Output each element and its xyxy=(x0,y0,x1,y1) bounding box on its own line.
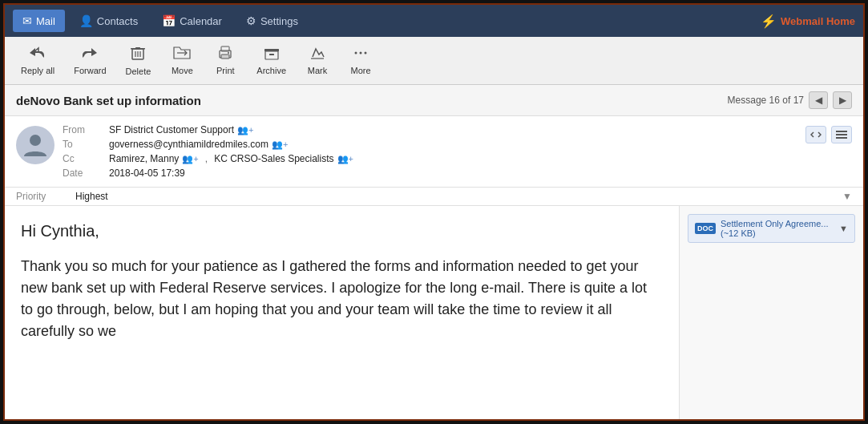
priority-row: Priority Highest ▼ xyxy=(5,188,863,206)
mark-label: Mark xyxy=(308,66,327,75)
reply-all-label: Reply all xyxy=(21,66,55,75)
svg-point-10 xyxy=(228,52,229,54)
calendar-icon: 📅 xyxy=(162,14,176,27)
move-label: Move xyxy=(172,66,193,75)
email-metadata: From SF District Customer Support 👥+ To … xyxy=(5,116,863,188)
priority-chevron-icon[interactable]: ▼ xyxy=(842,191,852,202)
delete-icon xyxy=(131,45,145,65)
archive-icon xyxy=(264,46,280,64)
brand-label: Webmail Home xyxy=(781,15,855,27)
attachment-dropdown-icon[interactable]: ▼ xyxy=(839,224,848,233)
svg-rect-19 xyxy=(836,131,847,132)
more-icon xyxy=(353,46,369,64)
from-name: SF District Customer Support xyxy=(109,124,234,135)
date-value: 2018-04-05 17:39 xyxy=(109,168,185,179)
attachment-panel: DOC Settlement Only Agreeme... (~12 KB) … xyxy=(679,206,863,419)
app-window: ✉ Mail 👤 Contacts 📅 Calendar ⚙ Settings … xyxy=(3,3,865,421)
priority-label: Priority xyxy=(16,191,75,202)
nav-settings-label: Settings xyxy=(260,15,298,27)
print-icon xyxy=(217,46,233,64)
move-button[interactable]: Move xyxy=(162,42,202,79)
to-email: governess@cynthiamildredmiles.com xyxy=(109,139,268,150)
brand-icon: ⚡ xyxy=(761,14,777,29)
code-view-button[interactable] xyxy=(805,126,826,143)
forward-button[interactable]: Forward xyxy=(66,42,114,79)
cc-person-icon2: 👥+ xyxy=(337,154,353,164)
email-wrapper: deNovo Bank set up information Message 1… xyxy=(5,85,863,419)
nav-item-mail[interactable]: ✉ Mail xyxy=(13,10,65,32)
from-person-icon: 👥+ xyxy=(237,125,253,135)
to-row: To governess@cynthiamildredmiles.com 👥+ xyxy=(63,137,797,151)
mark-button[interactable]: Mark xyxy=(297,42,337,79)
svg-rect-13 xyxy=(269,54,274,55)
svg-point-15 xyxy=(355,52,357,55)
message-counter: Message 16 of 17 xyxy=(728,95,804,106)
svg-rect-20 xyxy=(836,134,847,135)
top-navigation: ✉ Mail 👤 Contacts 📅 Calendar ⚙ Settings … xyxy=(5,5,863,37)
to-value: governess@cynthiamildredmiles.com 👥+ xyxy=(109,139,288,150)
cc-label: Cc xyxy=(63,153,103,164)
email-navigation: Message 16 of 17 ◀ ▶ xyxy=(728,91,852,109)
svg-point-16 xyxy=(360,52,362,55)
email-body-content: Thank you so much for your patience as I… xyxy=(21,256,663,342)
contacts-icon: 👤 xyxy=(79,14,93,27)
forward-icon xyxy=(81,46,99,64)
from-row: From SF District Customer Support 👥+ xyxy=(63,123,797,137)
move-icon xyxy=(173,46,191,64)
email-body: Hi Cynthia, Thank you so much for your p… xyxy=(5,206,679,419)
priority-value: Highest xyxy=(75,191,842,202)
brand-area[interactable]: ⚡ Webmail Home xyxy=(761,14,855,29)
more-button[interactable]: More xyxy=(341,42,381,79)
more-label: More xyxy=(350,66,370,75)
email-header-bar: deNovo Bank set up information Message 1… xyxy=(5,85,863,116)
mark-icon xyxy=(309,46,325,64)
meta-actions xyxy=(805,123,852,180)
nav-item-contacts[interactable]: 👤 Contacts xyxy=(70,10,147,32)
list-view-button[interactable] xyxy=(831,126,852,143)
cc-value: Ramirez, Manny 👥+ , KC CRSO-Sales Specia… xyxy=(109,153,353,164)
nav-item-settings[interactable]: ⚙ Settings xyxy=(236,10,308,32)
date-label: Date xyxy=(63,168,103,179)
archive-label: Archive xyxy=(256,66,286,75)
svg-point-17 xyxy=(365,52,367,55)
nav-calendar-label: Calendar xyxy=(180,15,222,27)
mail-icon: ✉ xyxy=(22,14,32,27)
email-greeting: Hi Cynthia, xyxy=(21,219,663,243)
svg-rect-2 xyxy=(131,48,145,50)
nav-mail-label: Mail xyxy=(36,15,55,27)
forward-label: Forward xyxy=(74,66,106,75)
prev-message-button[interactable]: ◀ xyxy=(809,91,828,109)
next-message-button[interactable]: ▶ xyxy=(833,91,852,109)
email-subject: deNovo Bank set up information xyxy=(16,94,201,107)
svg-point-18 xyxy=(30,135,41,146)
nav-item-calendar[interactable]: 📅 Calendar xyxy=(152,10,232,32)
cc-name1: Ramirez, Manny xyxy=(109,153,179,164)
settings-icon: ⚙ xyxy=(246,14,256,27)
cc-person-icon1: 👥+ xyxy=(182,154,198,164)
to-person-icon: 👥+ xyxy=(272,139,288,150)
cc-row: Cc Ramirez, Manny 👥+ , KC CRSO-Sales Spe… xyxy=(63,151,797,166)
avatar xyxy=(16,126,55,164)
attachment-item[interactable]: DOC Settlement Only Agreeme... (~12 KB) … xyxy=(688,214,855,243)
to-label: To xyxy=(63,139,103,150)
email-toolbar: Reply all Forward Delete xyxy=(5,37,863,85)
meta-fields: From SF District Customer Support 👥+ To … xyxy=(63,123,797,180)
reply-all-button[interactable]: Reply all xyxy=(13,42,63,79)
delete-label: Delete xyxy=(126,67,151,76)
archive-button[interactable]: Archive xyxy=(248,42,294,79)
from-value: SF District Customer Support 👥+ xyxy=(109,124,253,135)
print-label: Print xyxy=(216,66,235,75)
svg-rect-8 xyxy=(221,55,229,59)
attachment-name: Settlement Only Agreeme... (~12 KB) xyxy=(721,219,834,238)
cc-name2: KC CRSO-Sales Specialists xyxy=(214,153,333,164)
svg-rect-21 xyxy=(836,137,847,139)
doc-icon: DOC xyxy=(695,223,716,234)
date-row: Date 2018-04-05 17:39 xyxy=(63,166,797,180)
from-label: From xyxy=(63,124,103,135)
reply-all-icon xyxy=(28,46,47,64)
print-button[interactable]: Print xyxy=(205,42,245,79)
email-body-area: Hi Cynthia, Thank you so much for your p… xyxy=(5,206,863,419)
nav-contacts-label: Contacts xyxy=(97,15,138,27)
delete-button[interactable]: Delete xyxy=(118,42,159,79)
